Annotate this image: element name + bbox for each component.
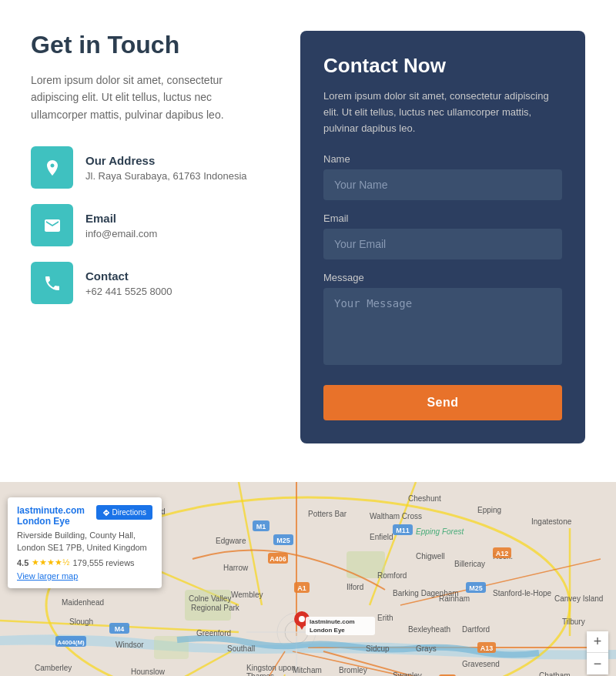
address-info: Our Address Jl. Raya Surabaya, 61763 Ind…	[85, 154, 247, 182]
svg-text:Erith: Erith	[377, 614, 393, 622]
message-input[interactable]	[323, 288, 562, 365]
svg-text:Bexleyheath: Bexleyheath	[408, 625, 450, 634]
svg-text:Hounslow: Hounslow	[131, 668, 166, 676]
contact-label: Contact	[85, 269, 172, 283]
svg-text:Rainham: Rainham	[439, 594, 470, 603]
map-popup-rating: 4.5 ★★★★½ 179,555 reviews	[17, 557, 152, 567]
svg-text:Southall: Southall	[227, 644, 255, 653]
address-icon-box	[31, 146, 73, 189]
svg-text:Greenford: Greenford	[196, 629, 231, 638]
address-item: Our Address Jl. Raya Surabaya, 61763 Ind…	[31, 146, 270, 189]
directions-button[interactable]: Directions	[96, 505, 152, 520]
view-larger-map-link[interactable]: View larger map	[17, 571, 152, 581]
svg-text:Epping Forest: Epping Forest	[416, 527, 464, 536]
rating-reviews: 179,555 reviews	[72, 558, 134, 567]
svg-text:Ilford: Ilford	[346, 583, 363, 591]
svg-text:M11: M11	[396, 527, 410, 534]
svg-text:Windsor: Windsor	[116, 641, 144, 649]
email-value: info@email.com	[85, 228, 157, 239]
svg-text:Regional Park: Regional Park	[191, 604, 240, 612]
zoom-in-button[interactable]: +	[587, 631, 608, 653]
message-field-group: Message	[323, 272, 562, 368]
page-heading: Get in Touch	[31, 31, 270, 59]
email-form-label: Email	[323, 213, 562, 224]
svg-text:Epping: Epping	[477, 506, 501, 514]
map-popup-title: lastminute.com London Eye	[17, 505, 96, 527]
svg-text:Kingston upon: Kingston upon	[246, 664, 296, 672]
svg-text:lastminute.com: lastminute.com	[310, 618, 355, 625]
svg-text:M25: M25	[469, 584, 483, 592]
svg-text:Swanley: Swanley	[393, 671, 422, 676]
name-field-group: Name	[323, 153, 562, 200]
svg-text:Colne Valley: Colne Valley	[189, 594, 231, 603]
svg-text:Harrow: Harrow	[223, 564, 249, 572]
email-field-group: Email	[323, 213, 562, 259]
svg-text:A4004(M): A4004(M)	[57, 639, 85, 646]
svg-text:Bromley: Bromley	[339, 666, 367, 674]
name-input[interactable]	[323, 169, 562, 200]
zoom-out-button[interactable]: −	[587, 653, 608, 674]
svg-text:Thames: Thames	[246, 672, 274, 676]
svg-text:Potters Bar: Potters Bar	[308, 510, 347, 518]
email-item: Email info@email.com	[31, 204, 270, 246]
svg-text:Wembley: Wembley	[231, 591, 263, 599]
svg-text:Mitcham: Mitcham	[293, 666, 322, 674]
form-description: Lorem ipsum dolor sit amet, consectetur …	[323, 89, 562, 136]
contact-value: +62 441 5525 8000	[85, 286, 172, 297]
svg-text:Cheshunt: Cheshunt	[408, 494, 441, 503]
svg-text:Enfield: Enfield	[370, 533, 393, 541]
svg-text:Edgware: Edgware	[216, 537, 246, 545]
directions-icon	[102, 509, 110, 517]
svg-text:M25: M25	[276, 537, 290, 544]
email-icon	[43, 216, 62, 235]
svg-text:Dartford: Dartford	[462, 625, 490, 634]
svg-text:Slough: Slough	[69, 617, 93, 626]
svg-text:Sidcup: Sidcup	[366, 644, 390, 653]
svg-text:Chigwell: Chigwell	[416, 552, 445, 561]
zoom-controls: + −	[587, 631, 608, 674]
left-column: Get in Touch Lorem ipsum dolor sit amet,…	[31, 31, 270, 443]
svg-text:Chatham: Chatham	[539, 671, 571, 676]
svg-text:Tilbury: Tilbury	[562, 617, 585, 626]
email-label: Email	[85, 212, 157, 225]
left-description: Lorem ipsum dolor sit amet, consectetur …	[31, 72, 270, 123]
email-info: Email info@email.com	[85, 212, 157, 239]
address-value: Jl. Raya Surabaya, 61763 Indonesia	[85, 170, 247, 182]
svg-text:A13: A13	[480, 644, 494, 652]
phone-icon-box	[31, 262, 73, 304]
address-label: Our Address	[85, 154, 247, 167]
map-popup: lastminute.com London Eye Directions Riv…	[8, 497, 162, 588]
svg-text:M4: M4	[115, 625, 125, 633]
svg-text:Ingatestone: Ingatestone	[531, 517, 572, 526]
svg-text:A1: A1	[297, 584, 306, 592]
contact-info: Contact +62 441 5525 8000	[85, 269, 172, 297]
map-popup-header: lastminute.com London Eye Directions	[17, 505, 152, 527]
svg-text:Grays: Grays	[416, 644, 437, 653]
phone-icon	[43, 274, 62, 293]
svg-text:Camberley: Camberley	[35, 664, 72, 672]
svg-text:Stanford-le-Hope: Stanford-le-Hope	[493, 589, 552, 597]
message-label: Message	[323, 272, 562, 283]
form-heading: Contact Now	[323, 54, 562, 78]
svg-point-110	[299, 616, 305, 622]
name-label: Name	[323, 153, 562, 165]
map-popup-address: Riverside Building, County Hall,London S…	[17, 530, 152, 554]
svg-text:London Eye: London Eye	[310, 627, 345, 634]
svg-text:Maidenhead: Maidenhead	[62, 598, 104, 607]
svg-text:Billericay: Billericay	[454, 560, 485, 568]
svg-text:Romford: Romford	[377, 571, 407, 580]
top-section: Get in Touch Lorem ipsum dolor sit amet,…	[0, 0, 616, 482]
svg-text:Waltham Cross: Waltham Cross	[370, 512, 422, 520]
email-icon-box	[31, 204, 73, 246]
send-button[interactable]: Send	[323, 385, 562, 420]
svg-text:Canvey Island: Canvey Island	[554, 594, 603, 603]
email-input[interactable]	[323, 229, 562, 259]
rating-stars: ★★★★½	[32, 557, 69, 567]
contact-item: Contact +62 441 5525 8000	[31, 262, 270, 304]
map-section: Cheshunt Epping Ingatestone Waltham Cros…	[0, 482, 616, 676]
location-pin-icon	[43, 159, 62, 177]
svg-text:M1: M1	[256, 523, 266, 530]
svg-text:A406: A406	[270, 555, 286, 563]
contact-form-panel: Contact Now Lorem ipsum dolor sit amet, …	[300, 31, 585, 443]
contact-items: Our Address Jl. Raya Surabaya, 61763 Ind…	[31, 146, 270, 304]
